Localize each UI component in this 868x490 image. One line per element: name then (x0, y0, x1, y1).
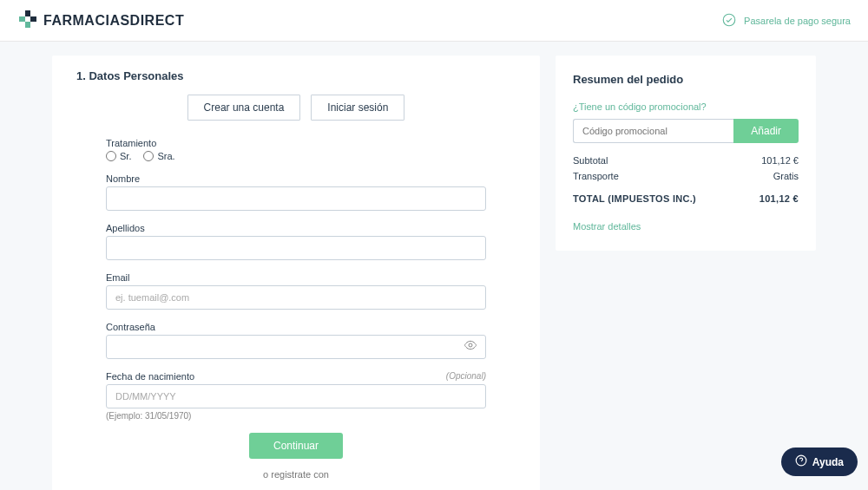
email-input[interactable] (106, 285, 486, 310)
section-title: 1. Datos Personales (76, 69, 516, 82)
secure-payment-text: Pasarela de pago segura (744, 16, 851, 26)
tab-login[interactable]: Iniciar sesión (311, 95, 404, 121)
total-row: TOTAL (IMPUESTOS INC.) 101,12 € (573, 193, 799, 204)
name-input[interactable] (106, 186, 486, 211)
subtotal-row: Subtotal 101,12 € (573, 155, 799, 166)
or-register-text: o registrate con (106, 469, 486, 480)
label-name: Nombre (106, 173, 486, 184)
show-details-link[interactable]: Mostrar detalles (573, 221, 641, 232)
svg-point-4 (723, 14, 735, 26)
promo-add-button[interactable]: Añadir (733, 119, 799, 143)
logo: FARMACIASDIRECT (17, 9, 184, 33)
label-surname: Apellidos (106, 223, 486, 233)
label-email: Email (106, 272, 486, 283)
brand-name: FARMACIASDIRECT (43, 13, 184, 29)
label-password: Contraseña (106, 322, 486, 332)
surname-input[interactable] (106, 236, 486, 260)
label-treatment: Tratamiento (106, 138, 486, 148)
label-birthdate: Fecha de nacimiento (Opcional) (106, 371, 486, 382)
help-icon (795, 454, 807, 469)
eye-icon[interactable] (464, 338, 477, 356)
svg-rect-2 (19, 16, 25, 22)
svg-rect-1 (25, 22, 30, 28)
summary-title: Resumen del pedido (573, 73, 799, 86)
secure-payment-indicator: Pasarela de pago segura (721, 12, 851, 29)
header: FARMACIASDIRECT Pasarela de pago segura (0, 0, 868, 42)
transport-row: Transporte Gratis (573, 171, 799, 181)
shield-check-icon (721, 12, 737, 29)
tab-create-account[interactable]: Crear una cuenta (187, 95, 301, 121)
birthdate-help: (Ejemplo: 31/05/1970) (106, 411, 486, 421)
promo-toggle-link[interactable]: ¿Tiene un código promocional? (573, 101, 799, 112)
promo-code-input[interactable] (573, 119, 733, 143)
radio-sr-input[interactable] (106, 151, 116, 161)
continue-button[interactable]: Continuar (249, 433, 343, 459)
birthdate-input[interactable] (106, 384, 486, 408)
personal-data-panel: 1. Datos Personales Crear una cuenta Ini… (52, 56, 540, 490)
order-summary-panel: Resumen del pedido ¿Tiene un código prom… (556, 56, 816, 251)
optional-text: (Opcional) (446, 371, 486, 381)
radio-sra-input[interactable] (143, 151, 154, 161)
svg-point-5 (469, 343, 472, 347)
radio-sr[interactable]: Sr. (106, 151, 131, 161)
password-input[interactable] (106, 335, 486, 359)
help-button[interactable]: Ayuda (781, 448, 858, 476)
svg-rect-3 (30, 16, 36, 22)
logo-icon (17, 9, 38, 33)
svg-rect-0 (25, 10, 30, 16)
radio-sra[interactable]: Sra. (143, 151, 174, 161)
